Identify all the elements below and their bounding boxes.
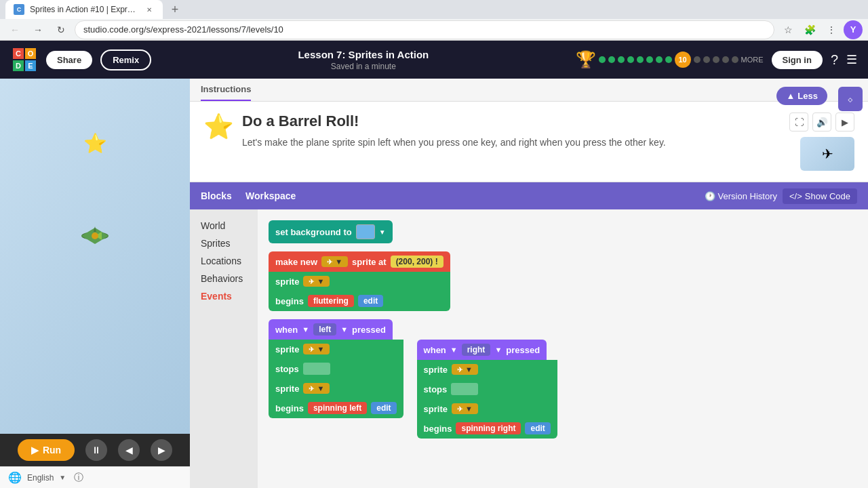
- extension-button[interactable]: 🧩: [800, 20, 819, 39]
- when-left-block[interactable]: when ▼ left ▼ pressed: [269, 319, 393, 340]
- tab-title: Sprites in Action #10 | Express C...: [30, 5, 138, 14]
- forward-icon: ▶: [158, 445, 165, 455]
- instruction-description: Let's make the plane sprite spin left wh…: [242, 136, 666, 150]
- forward-button[interactable]: →: [28, 20, 47, 39]
- forward-control-button[interactable]: ▶: [151, 439, 172, 461]
- stops-block-1[interactable]: stops: [269, 359, 403, 379]
- tab-close-button[interactable]: ✕: [144, 4, 155, 15]
- back-button[interactable]: ←: [5, 20, 24, 39]
- make-new-block[interactable]: make new ✈ ▼ sprite at (200, 200) !: [269, 251, 450, 272]
- empty-slot-1: [303, 363, 330, 375]
- dot-1: [599, 56, 606, 63]
- coordinate-chip[interactable]: (200, 200) !: [391, 256, 443, 268]
- refresh-button[interactable]: ↻: [52, 20, 71, 39]
- instruction-preview-thumb: ✈: [800, 137, 854, 171]
- category-behaviors[interactable]: Behaviors: [195, 270, 252, 287]
- category-locations[interactable]: Locations: [195, 253, 252, 269]
- begins-spinning-right-block[interactable]: begins spinning right edit: [417, 418, 557, 439]
- sprite-block-1[interactable]: sprite ✈ ▼: [269, 272, 450, 291]
- left-key-chip: left: [313, 323, 336, 336]
- right-panel: Instructions ⭐ Do a Barrel Roll! Let's m…: [190, 79, 868, 488]
- dot-12: [713, 56, 719, 63]
- instructions-panel: Instructions ⭐ Do a Barrel Roll! Let's m…: [190, 79, 868, 182]
- spinning-right-chip: spinning right: [456, 422, 521, 434]
- pause-button[interactable]: ⏸: [85, 439, 107, 461]
- when-right-block[interactable]: when ▼ right ▼ pressed: [417, 340, 547, 360]
- workspace-actions: 🕐 Version History </> Show Code: [705, 188, 857, 204]
- less-label: Less: [797, 91, 818, 101]
- set-bg-label: set background to: [275, 227, 352, 237]
- spinning-left-chip: spinning left: [308, 402, 367, 414]
- edit-chip-2[interactable]: edit: [371, 402, 396, 414]
- sign-in-button[interactable]: Sign in: [772, 51, 823, 69]
- sprite-chip-4[interactable]: ✈ ▼: [452, 364, 478, 375]
- run-button[interactable]: ▶ Run: [18, 439, 75, 461]
- edit-chip-3[interactable]: edit: [525, 422, 550, 434]
- progress-bar: 🏆 10 MORE: [576, 50, 764, 69]
- lesson-title: Lesson 7: Sprites in Action: [159, 49, 567, 60]
- address-bar[interactable]: [75, 20, 774, 39]
- run-label: Run: [43, 445, 61, 455]
- back-control-button[interactable]: ◀: [118, 439, 140, 461]
- sprite-chip-5[interactable]: ✈ ▼: [452, 403, 478, 414]
- version-history-button[interactable]: 🕐 Version History: [705, 188, 777, 204]
- sprite-chip-3[interactable]: ✈ ▼: [303, 383, 330, 394]
- logo-d: D: [13, 60, 24, 71]
- set-background-block[interactable]: set background to ▼: [269, 220, 393, 243]
- svg-point-4: [92, 232, 98, 239]
- category-events[interactable]: Events: [195, 288, 252, 304]
- color-picker[interactable]: [356, 224, 375, 239]
- code-workspace: set background to ▼ make new ✈: [258, 209, 868, 488]
- bookmark-button[interactable]: ☆: [778, 20, 797, 39]
- trophy-icon: 🏆: [576, 50, 596, 69]
- expand-screen-button[interactable]: ⛶: [789, 113, 808, 131]
- sprite-plane: [75, 222, 115, 255]
- help-button[interactable]: ?: [831, 52, 838, 68]
- edit-chip-1[interactable]: edit: [358, 295, 383, 307]
- begins-fluttering-block[interactable]: begins fluttering edit: [269, 291, 450, 311]
- sprite-selector-1[interactable]: ✈ ▼: [321, 256, 348, 267]
- instruction-media-controls: ⛶ 🔊 ▶ ✈: [789, 113, 854, 171]
- sprite-block-3[interactable]: sprite ✈ ▼: [269, 379, 403, 398]
- dot-current: 10: [675, 52, 691, 68]
- sprite-chip-1[interactable]: ✈ ▼: [303, 276, 330, 287]
- right-key-chip: right: [462, 344, 491, 356]
- chevron-down-icon: ▼: [59, 474, 66, 481]
- sprite-stack: make new ✈ ▼ sprite at (200, 200) ! s: [269, 251, 450, 311]
- category-world[interactable]: World: [195, 218, 252, 234]
- sprite-chip-2[interactable]: ✈ ▼: [303, 344, 330, 354]
- run-icon: ▶: [31, 445, 39, 455]
- chevron-up-icon: ▲: [786, 91, 795, 101]
- sprite-block-5[interactable]: sprite ✈ ▼: [417, 399, 557, 418]
- stops-block-2[interactable]: stops: [417, 379, 557, 399]
- settings-button[interactable]: ⋮: [822, 20, 841, 39]
- dot-4: [627, 56, 634, 63]
- remix-button[interactable]: Remix: [100, 49, 151, 70]
- sprite-block-2[interactable]: sprite ✈ ▼: [269, 340, 403, 359]
- code-icon: </>: [789, 191, 802, 201]
- saved-status: Saved in a minute: [159, 62, 567, 71]
- share-button[interactable]: Share: [46, 51, 92, 69]
- instructions-tab-label[interactable]: Instructions: [201, 79, 251, 101]
- preview-panel: ⭐ ▶ Run ⏸ ◀: [0, 79, 190, 488]
- show-code-button[interactable]: </> Show Code: [783, 188, 857, 204]
- profile-button[interactable]: Y: [844, 20, 863, 39]
- language-selector[interactable]: English: [27, 473, 54, 483]
- less-button[interactable]: ▲ Less: [776, 87, 827, 105]
- category-sprites[interactable]: Sprites: [195, 235, 252, 251]
- dot-6: [646, 56, 653, 63]
- pause-icon: ⏸: [92, 445, 101, 455]
- sprite-block-4[interactable]: sprite ✈ ▼: [417, 360, 557, 379]
- blocks-label: Blocks: [201, 190, 232, 201]
- menu-button[interactable]: ☰: [846, 52, 857, 67]
- browser-tab[interactable]: C Sprites in Action #10 | Express C... ✕: [5, 0, 163, 19]
- expand-button[interactable]: ⬦: [838, 87, 863, 111]
- events-row: when ▼ left ▼ pressed sprite: [269, 319, 857, 439]
- begins-spinning-left-block[interactable]: begins spinning left edit: [269, 398, 403, 418]
- audio-button[interactable]: 🔊: [812, 113, 831, 131]
- dot-14: [732, 56, 738, 63]
- new-tab-button[interactable]: +: [165, 0, 184, 19]
- header-right: Sign in ? ☰: [772, 51, 857, 69]
- play-video-button[interactable]: ▶: [835, 113, 854, 131]
- workspace-section: Blocks Workspace 🕐 Version History </> S…: [190, 182, 868, 488]
